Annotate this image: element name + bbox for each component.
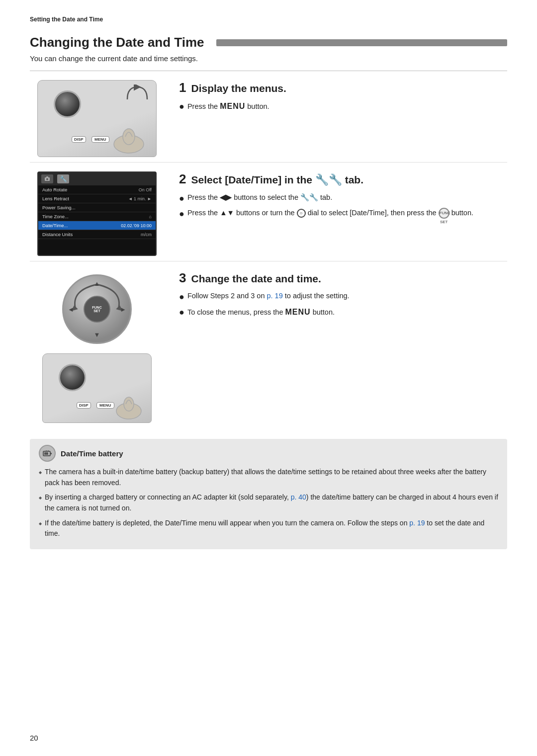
tip-bullet-1-text: The camera has a built-in date/time batt… — [45, 467, 498, 488]
link-p19-tip[interactable]: p. 19 — [409, 519, 425, 527]
dial-arrow-up: ▲ — [94, 280, 100, 287]
camera-top-view-2: DISP MENU — [42, 353, 152, 423]
step-1-bullet-1-text: Press the MENU button. — [187, 100, 269, 112]
link-p19-step3[interactable]: p. 19 — [267, 292, 282, 300]
tip-bullet-3: ◆ If the date/time battery is depleted, … — [39, 518, 498, 539]
bullet-dot-3a: ● — [179, 292, 184, 303]
header-title: Setting the Date and Time — [30, 16, 103, 23]
step-2-row: 🔧 Auto Rotate On Off Lens Retract ◄ 1 mi… — [30, 163, 507, 261]
tip-bullet-dot-2: ◆ — [39, 495, 42, 501]
disp-button-2: DISP — [77, 402, 91, 409]
menu-tab-wrench: 🔧 — [57, 174, 69, 183]
lr-arrows: ◀▶ — [220, 193, 232, 201]
svg-rect-11 — [44, 452, 48, 455]
dial-arrow-down: ▼ — [94, 331, 100, 338]
section-title-text: Changing the Date and Time — [30, 35, 204, 50]
step-3-heading: 3 Change the date and time. — [179, 270, 507, 285]
finger-arrow-svg — [106, 127, 151, 157]
step-1-bullet-1: ● Press the MENU button. — [179, 100, 507, 112]
menu-row-timezone: Time Zone... ⌂ — [38, 212, 156, 221]
step-3-bullet-2: ● To close the menus, press the MENU but… — [179, 306, 507, 318]
svg-rect-10 — [50, 453, 52, 454]
step-1-heading: 1 Display the menus. — [179, 80, 507, 94]
menu-row-distanceunits: Distance Units m/cm — [38, 230, 156, 239]
step-1-image-col: DISP MENU — [30, 80, 164, 157]
wrench-icon: 🔧 — [60, 175, 67, 182]
step-2-heading-text: Select [Date/Time] in the 🔧🔧 tab. — [191, 173, 363, 186]
menu-tab-camera — [41, 174, 53, 183]
tip-bullet-2-text: By inserting a charged battery or connec… — [45, 492, 498, 513]
page-number: 20 — [30, 734, 38, 742]
tip-bullet-1: ◆ The camera has a built-in date/time ba… — [39, 467, 498, 488]
curved-arrows-svg — [122, 84, 152, 114]
step-2-image-col: 🔧 Auto Rotate On Off Lens Retract ◄ 1 mi… — [30, 171, 164, 256]
set-label: SET — [93, 309, 100, 313]
tip-box: Date/Time battery ◆ The camera has a bui… — [30, 439, 507, 549]
bullet-dot-3b: ● — [179, 307, 184, 318]
step-2-bullet-2: ● Press the ▲▼ buttons or turn the ○ dia… — [179, 208, 507, 220]
dial-arrow-left: ◄ — [68, 305, 74, 313]
tip-bullet-dot-1: ◆ — [39, 470, 42, 476]
func-set-label: FUNC — [92, 306, 101, 309]
wrench-symbol-inline: 🔧🔧 — [300, 193, 318, 201]
dial-icon: ○ — [297, 209, 306, 218]
page-header: Setting the Date and Time — [30, 15, 507, 26]
disp-button: DISP — [72, 136, 86, 143]
section-subtitle: You can change the current date and time… — [30, 54, 507, 63]
step-3-bullet-2-text: To close the menus, press the MENU butto… — [187, 306, 335, 318]
battery-icon-svg — [42, 448, 53, 459]
steps-container: DISP MENU — [30, 71, 507, 428]
tip-icon — [39, 445, 56, 462]
bullet-dot-2b: ● — [179, 209, 184, 220]
menu-text-step3: MENU — [285, 308, 311, 316]
step-3-heading-text: Change the date and time. — [191, 272, 321, 285]
camera-top-view: DISP MENU — [37, 80, 157, 157]
lens-dial-2 — [59, 364, 86, 391]
menu-bold-text: MENU — [220, 102, 245, 110]
step-3-row: ▲ ▼ ◄ ► FUNC SET DISP MENU — [30, 261, 507, 428]
step-3-bullet-1-text: Follow Steps 2 and 3 on p. 19 to adjust … — [187, 291, 350, 302]
menu-row-lensretract: Lens Retract ◄ 1 min. ► — [38, 194, 156, 203]
step-3-bullets: ● Follow Steps 2 and 3 on p. 19 to adjus… — [179, 291, 507, 318]
step-2-bullet-1: ● Press the ◀▶ buttons to select the 🔧🔧 … — [179, 192, 507, 204]
section-title: Changing the Date and Time — [30, 35, 507, 50]
tip-title: Date/Time battery — [61, 449, 123, 458]
dial-arrow-right: ► — [120, 305, 126, 313]
menu-row-datetime: Date/Time... 02.02.'09 10:00 — [38, 221, 156, 230]
step-1-bullets: ● Press the MENU button. — [179, 100, 507, 112]
step-2-bullet-1-text: Press the ◀▶ buttons to select the 🔧🔧 ta… — [187, 192, 332, 203]
step-1-content: 1 Display the menus. ● Press the MENU bu… — [179, 80, 507, 116]
tip-bullet-2: ◆ By inserting a charged battery or conn… — [39, 492, 498, 513]
menu-screen-header: 🔧 — [38, 172, 156, 185]
link-p40[interactable]: p. 40 — [291, 493, 306, 501]
tip-box-header: Date/Time battery — [39, 445, 498, 462]
step-1-heading-text: Display the menus. — [191, 82, 286, 94]
step-3-bullet-1: ● Follow Steps 2 and 3 on p. 19 to adjus… — [179, 291, 507, 303]
step-2-heading: 2 Select [Date/Time] in the 🔧🔧 tab. — [179, 171, 507, 186]
tip-bullet-dot-3: ◆ — [39, 521, 42, 527]
step-3-number: 3 — [179, 271, 186, 284]
menu-row-powersaving: Power Saving... — [38, 203, 156, 212]
step-3-content: 3 Change the date and time. ● Follow Ste… — [179, 270, 507, 322]
step-2-content: 2 Select [Date/Time] in the 🔧🔧 tab. ● Pr… — [179, 171, 507, 223]
func-icon: FUNCSET — [439, 208, 449, 219]
page-wrapper: Setting the Date and Time Changing the D… — [0, 0, 537, 756]
tip-bullet-3-text: If the date/time battery is depleted, th… — [45, 518, 498, 539]
tip-bullets: ◆ The camera has a built-in date/time ba… — [39, 467, 498, 539]
step-2-bullet-2-text: Press the ▲▼ buttons or turn the ○ dial … — [187, 208, 473, 219]
lens-dial — [54, 90, 81, 118]
dial-inner-func: FUNC SET — [84, 296, 110, 323]
step-2-number: 2 — [179, 172, 186, 185]
svg-rect-3 — [46, 176, 48, 178]
finger-svg-2 — [111, 395, 146, 422]
bullet-dot: ● — [179, 101, 184, 112]
step-1-row: DISP MENU — [30, 71, 507, 163]
menu-row-autorotate: Auto Rotate On Off — [38, 185, 156, 194]
step-2-bullets: ● Press the ◀▶ buttons to select the 🔧🔧 … — [179, 192, 507, 219]
wrench-tab-symbol: 🔧🔧 — [315, 173, 342, 186]
step-3-image-col: ▲ ▼ ◄ ► FUNC SET DISP MENU — [30, 270, 164, 423]
menu-rows: Auto Rotate On Off Lens Retract ◄ 1 min.… — [38, 185, 156, 239]
dial-image: ▲ ▼ ◄ ► FUNC SET — [52, 270, 142, 347]
menu-screen: 🔧 Auto Rotate On Off Lens Retract ◄ 1 mi… — [37, 171, 157, 256]
bullet-dot-2a: ● — [179, 193, 184, 204]
